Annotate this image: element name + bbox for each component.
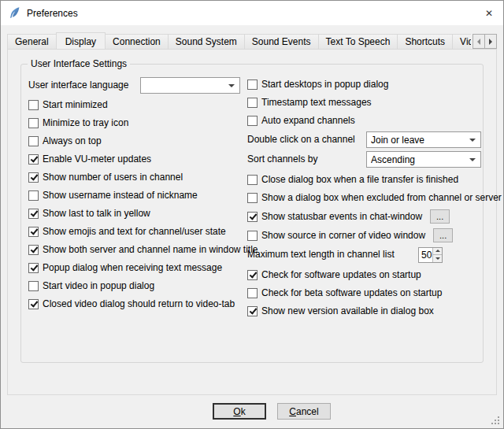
checkbox-label[interactable]: Auto expand channels: [261, 116, 355, 126]
resize-grip[interactable]: [491, 416, 501, 426]
combo-value: Ascending: [371, 154, 476, 165]
ok-label: O: [233, 406, 240, 417]
statusbar-events-more-button[interactable]: ...: [430, 209, 450, 224]
tab-shortcuts[interactable]: Shortcuts: [397, 34, 453, 49]
checkbox-label[interactable]: Show last to talk in yellow: [43, 209, 150, 219]
tab-video[interactable]: Video: [452, 34, 471, 49]
language-select[interactable]: [140, 77, 240, 94]
checkbox-auto-expand-channels[interactable]: [247, 116, 258, 126]
video-source-more-button[interactable]: ...: [433, 228, 453, 242]
checkbox-label[interactable]: Start desktops in popup dialog: [261, 80, 388, 90]
row: Enable VU-meter updates: [28, 150, 246, 168]
tab-general[interactable]: General: [7, 34, 57, 49]
tab-pane: User Interface Settings User interface l…: [7, 49, 497, 395]
spin-buttons: [432, 248, 442, 262]
checkbox-label[interactable]: Check for beta software updates on start…: [261, 288, 442, 298]
tab-sound-events[interactable]: Sound Events: [244, 34, 319, 49]
tab-display[interactable]: Display: [56, 32, 106, 49]
row: Show new version available in dialog box: [247, 302, 482, 320]
checkbox-beta-update-check[interactable]: [247, 288, 258, 298]
checkbox-label[interactable]: Enable VU-meter updates: [43, 154, 151, 165]
checkbox-label[interactable]: Popup dialog when receiving text message: [43, 263, 222, 273]
row: Show username instead of nickname: [28, 187, 246, 205]
checkbox-label[interactable]: Show source in corner of video window: [261, 231, 425, 241]
checkbox-last-talk-yellow[interactable]: [28, 209, 39, 219]
left-column: User interface language Start minimized …: [28, 76, 246, 313]
row: Always on top: [28, 132, 246, 150]
right-column: Start desktops in popup dialog Timestamp…: [247, 76, 482, 320]
double-click-select[interactable]: Join or leave: [366, 131, 481, 148]
checkbox-label[interactable]: Timestamp text messages: [261, 98, 372, 108]
checkbox-vu-meter-updates[interactable]: [28, 154, 39, 165]
checkbox-label[interactable]: Minimize to tray icon: [43, 118, 128, 128]
checkbox-timestamp-messages[interactable]: [247, 98, 258, 108]
checkbox-label[interactable]: Always on top: [43, 136, 102, 146]
cancel-label: C: [289, 406, 296, 417]
checkbox-label[interactable]: Show both server and channel name in win…: [43, 245, 258, 255]
window-title: Preferences: [27, 8, 78, 19]
checkbox-statusbar-events[interactable]: [247, 212, 258, 222]
tab-scroll-right-button[interactable]: [484, 34, 497, 49]
checkbox-label[interactable]: Show number of users in channel: [43, 172, 183, 183]
app-logo-icon: [8, 6, 21, 20]
checkbox-new-version-dialog[interactable]: [247, 306, 258, 316]
preferences-dialog: Preferences ✕ General Display Connection…: [0, 0, 504, 429]
checkbox-update-check[interactable]: [247, 270, 258, 280]
checkbox-label[interactable]: Show a dialog box when excluded from cha…: [261, 193, 502, 203]
tab-text-to-speech[interactable]: Text To Speech: [318, 34, 398, 49]
checkbox-video-return-tab[interactable]: [28, 299, 39, 309]
checkbox-popup-text-message[interactable]: [28, 263, 39, 273]
checkbox-label[interactable]: Show emojis and text for channel/user st…: [43, 227, 226, 237]
sort-channels-select[interactable]: Ascending: [366, 151, 481, 168]
checkbox-label[interactable]: Closed video dialog should return to vid…: [43, 299, 235, 309]
chevron-down-icon: [469, 158, 476, 161]
row: Show emojis and text for channel/user st…: [28, 223, 246, 241]
checkbox-label[interactable]: Show statusbar events in chat-window: [261, 212, 422, 222]
max-text-length-spinner[interactable]: 50: [418, 247, 443, 263]
double-click-label: Double click on a channel: [247, 135, 355, 145]
language-row: User interface language: [28, 76, 246, 94]
checkbox-video-popup[interactable]: [28, 281, 39, 291]
checkbox-label[interactable]: Show new version available in dialog box: [261, 306, 434, 316]
row: Check for software updates on startup: [247, 266, 482, 284]
checkbox-window-title-names[interactable]: [28, 245, 39, 255]
checkbox-close-on-transfer[interactable]: [247, 175, 258, 185]
row: Show last to talk in yellow: [28, 205, 246, 223]
checkbox-excluded-dialog[interactable]: [247, 193, 258, 203]
checkbox-label[interactable]: Check for software updates on startup: [261, 270, 421, 280]
titlebar: Preferences ✕: [1, 1, 503, 25]
close-button[interactable]: ✕: [475, 1, 503, 25]
checkbox-video-source-corner[interactable]: [247, 231, 258, 241]
tab-sound-system[interactable]: Sound System: [168, 34, 245, 49]
checkbox-show-username[interactable]: [28, 190, 39, 201]
spin-value[interactable]: 50: [419, 248, 432, 262]
checkbox-minimize-to-tray[interactable]: [28, 118, 39, 128]
tab-label: Shortcuts: [405, 36, 445, 47]
tab-label: Display: [65, 36, 96, 47]
row: Auto expand channels: [247, 112, 482, 130]
spin-up-button[interactable]: [433, 248, 442, 256]
checkbox-start-minimized[interactable]: [28, 100, 39, 110]
checkbox-always-on-top[interactable]: [28, 136, 39, 146]
row: Minimize to tray icon: [28, 114, 246, 132]
checkbox-label[interactable]: Start video in popup dialog: [43, 281, 154, 291]
cancel-label-rest: ancel: [296, 406, 319, 417]
group-title: User Interface Settings: [28, 58, 130, 69]
spin-up-icon: [435, 250, 440, 252]
tab-connection[interactable]: Connection: [105, 34, 169, 49]
checkbox-label[interactable]: Show username instead of nickname: [43, 190, 198, 201]
tab-label: General: [15, 36, 49, 47]
tab-label: Text To Speech: [326, 36, 391, 47]
tab-scroll-left-button[interactable]: [472, 34, 485, 49]
checkbox-label[interactable]: Start minimized: [43, 100, 108, 110]
row: Show a dialog box when excluded from cha…: [247, 189, 482, 207]
cancel-button[interactable]: Cancel: [277, 403, 331, 420]
checkbox-desktops-popup[interactable]: [247, 80, 258, 90]
max-text-length-row: Maximum text length in channel list 50: [247, 245, 482, 264]
checkbox-show-user-count[interactable]: [28, 172, 39, 183]
ok-button[interactable]: Ok: [213, 403, 266, 420]
spin-down-button[interactable]: [433, 255, 442, 262]
statusbar-events-row: Show statusbar events in chat-window ...: [247, 207, 482, 226]
checkbox-show-emojis[interactable]: [28, 227, 39, 237]
checkbox-label[interactable]: Close dialog box when a file transfer is…: [261, 175, 458, 185]
